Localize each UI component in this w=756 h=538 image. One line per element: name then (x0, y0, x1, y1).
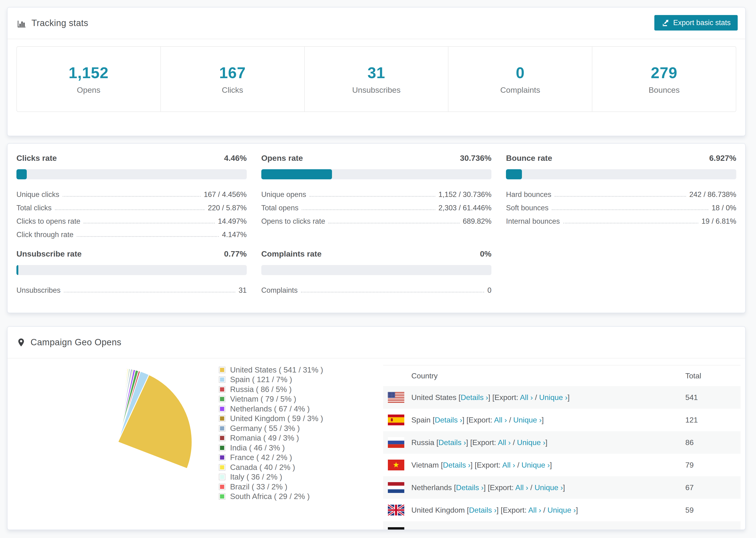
legend-item: United States ( 541 / 31% ) (219, 365, 323, 375)
rate-detail-row: Unique opens 1,152 / 30.736% (261, 186, 492, 199)
table-row-gb: United Kingdom [Details ›] [Export: All … (383, 499, 740, 521)
export-all-link-ru[interactable]: All › (498, 438, 511, 447)
dotted-leader (64, 292, 235, 293)
details-link-us[interactable]: Details › (460, 393, 488, 402)
page-title: Tracking stats (31, 18, 88, 28)
rate-detail-row: Total opens 2,303 / 61.446% (261, 199, 492, 212)
rate-panel-complaints-rate: Complaints rate 0% Complaints 0 (261, 249, 492, 295)
total-cell: 121 (685, 416, 740, 424)
legend-label: Italy ( 36 / 2% ) (230, 472, 282, 481)
total-cell: 79 (685, 461, 740, 469)
dotted-leader (83, 223, 215, 224)
details-link-de[interactable]: Details › (446, 528, 474, 530)
legend-label: Russia ( 86 / 5% ) (230, 385, 292, 394)
stat-cell-clicks: 167 Clicks (161, 47, 305, 112)
geo-title: Campaign Geo Opens (30, 337, 121, 348)
rate-detail-row: Soft bounces 18 / 0% (506, 199, 736, 212)
rate-detail-row: Unique clicks 167 / 4.456% (17, 186, 247, 199)
progress-bar (261, 169, 492, 179)
rate-title: Unsubscribe rate (17, 249, 82, 258)
export-unique-link-nl[interactable]: Unique › (535, 483, 563, 492)
rate-panel-opens-rate: Opens rate 30.736% Unique opens 1,152 / … (261, 153, 492, 239)
table-row-ru: Russia [Details ›] [Export: All › / Uniq… (383, 431, 740, 454)
export-all-link-nl[interactable]: All › (515, 483, 528, 492)
export-basic-stats-button[interactable]: Export basic stats (654, 15, 738, 30)
total-cell: 55 (685, 528, 740, 530)
legend-swatch (219, 493, 225, 500)
export-unique-link-de[interactable]: Unique › (525, 528, 553, 530)
export-icon (661, 19, 669, 27)
legend-item: Russia ( 86 / 5% ) (219, 385, 323, 394)
progress-bar-fill (17, 265, 18, 275)
geo-pie-chart (38, 362, 198, 523)
export-all-link-de[interactable]: All › (506, 528, 519, 530)
legend-item: Spain ( 121 / 7% ) (219, 375, 323, 385)
rate-detail-label: Total clicks (17, 204, 52, 212)
rate-detail-value: 2,303 / 61.446% (439, 204, 492, 212)
legend-item: Romania ( 49 / 3% ) (219, 433, 323, 443)
legend-swatch (219, 396, 225, 402)
export-all-link-vn[interactable]: All › (502, 461, 515, 469)
rate-detail-value: 1,152 / 30.736% (439, 190, 492, 199)
details-link-es[interactable]: Details › (435, 416, 462, 424)
total-cell: 86 (685, 438, 740, 447)
legend-item: South Africa ( 29 / 2% ) (219, 492, 323, 502)
rate-detail-value: 167 / 4.456% (204, 190, 247, 199)
export-all-link-es[interactable]: All › (494, 416, 507, 424)
legend-swatch (219, 484, 225, 490)
country-cell-text: Spain [Details ›] [Export: All › / Uniqu… (411, 416, 544, 424)
rate-detail-label: Total opens (261, 204, 298, 212)
rate-value: 6.927% (709, 153, 736, 163)
total-column-header: Total (685, 372, 740, 380)
legend-swatch (219, 474, 225, 480)
export-unique-link-es[interactable]: Unique › (513, 416, 542, 424)
legend-swatch (219, 376, 225, 383)
export-unique-link-us[interactable]: Unique › (539, 393, 567, 402)
rate-title: Clicks rate (17, 153, 57, 163)
details-link-vn[interactable]: Details › (443, 461, 470, 469)
rate-detail-row: Complaints 0 (261, 281, 492, 295)
total-cell: 59 (685, 506, 740, 514)
table-row-es: Spain [Details ›] [Export: All › / Uniqu… (383, 409, 740, 431)
export-all-link-us[interactable]: All › (520, 393, 533, 402)
details-link-ru[interactable]: Details › (439, 438, 466, 447)
map-pin-icon (17, 337, 26, 348)
details-link-gb[interactable]: Details › (469, 506, 496, 514)
stats-box: 1,152 Opens 167 Clicks 31 Unsubscribes 0… (17, 46, 736, 112)
rate-detail-value: 242 / 86.738% (689, 190, 736, 199)
rate-detail-value: 14.497% (218, 217, 246, 226)
stat-label: Bounces (648, 85, 679, 95)
legend-swatch (219, 445, 225, 451)
legend-item: Netherlands ( 67 / 4% ) (219, 404, 323, 414)
dotted-leader (55, 209, 204, 210)
legend-item: Brazil ( 33 / 2% ) (219, 482, 323, 492)
ru-flag-icon (388, 437, 404, 448)
stat-label: Opens (77, 85, 100, 95)
details-link-nl[interactable]: Details › (456, 483, 483, 492)
export-all-link-gb[interactable]: All › (528, 506, 541, 514)
export-unique-link-gb[interactable]: Unique › (548, 506, 576, 514)
stat-value: 1,152 (69, 64, 108, 82)
legend-item: Germany ( 55 / 3% ) (219, 423, 323, 433)
rate-panel-bounce-rate: Bounce rate 6.927% Hard bounces 242 / 86… (506, 153, 736, 239)
stat-cell-bounces: 279 Bounces (592, 47, 736, 112)
rate-detail-row: Internal bounces 19 / 6.81% (506, 212, 736, 226)
rate-detail-value: 0 (487, 286, 491, 295)
export-unique-link-vn[interactable]: Unique › (521, 461, 550, 469)
rate-detail-label: Clicks to opens rate (17, 217, 80, 226)
dotted-leader (77, 236, 219, 237)
geo-table-header: Country Total (383, 365, 740, 386)
rate-detail-value: 689.82% (463, 217, 491, 226)
total-cell: 67 (685, 483, 740, 492)
legend-item: United Kingdom ( 59 / 3% ) (219, 414, 323, 424)
dotted-leader (302, 209, 435, 210)
country-cell-text: Germany [Details ›] [Export: All › / Uni… (411, 528, 556, 530)
rate-title: Opens rate (261, 153, 303, 163)
dotted-leader (552, 209, 708, 210)
legend-label: South Africa ( 29 / 2% ) (230, 492, 310, 501)
export-unique-link-ru[interactable]: Unique › (517, 438, 545, 447)
rate-detail-label: Click through rate (17, 231, 74, 239)
legend-label: France ( 42 / 2% ) (230, 453, 292, 462)
table-row-nl: Netherlands [Details ›] [Export: All › /… (383, 476, 740, 499)
country-cell-text: Russia [Details ›] [Export: All › / Uniq… (411, 438, 548, 447)
